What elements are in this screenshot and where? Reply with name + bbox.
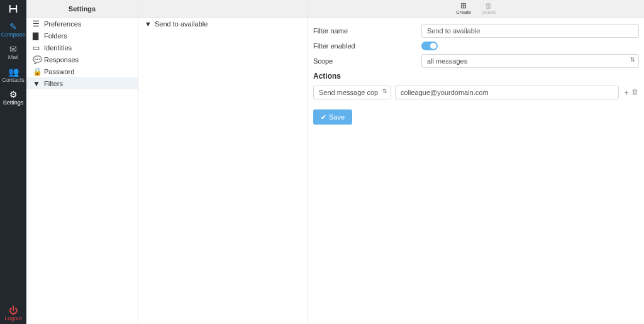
settings-item-label: Preferences	[44, 20, 81, 28]
delete-label: Delete	[481, 9, 496, 15]
filters-header	[138, 0, 308, 18]
create-label: Create	[456, 9, 471, 15]
scope-select[interactable]: all messages	[421, 54, 639, 68]
trash-icon: 🗑	[476, 2, 501, 9]
save-label: Save	[329, 113, 345, 121]
filters-column: ▼ Send to available	[138, 0, 308, 324]
plus-square-icon: ⊞	[451, 2, 476, 9]
filter-name-label: Filter name	[313, 27, 421, 35]
contacts-icon: 👥	[0, 67, 26, 77]
settings-item-responses[interactable]: 💬 Responses	[26, 53, 138, 65]
main-column: ⊞ Create 🗑 Delete Filter name Filter ena…	[308, 0, 644, 324]
nav-settings[interactable]: ⚙ Settings	[0, 86, 26, 108]
filters-list: ▼ Send to available	[138, 18, 308, 30]
settings-column: Settings ☰ Preferences ▇ Folders ▭ Ident…	[26, 0, 138, 324]
nav-compose[interactable]: ✎ Compose	[0, 18, 26, 40]
settings-item-label: Identities	[44, 44, 72, 52]
filter-list-item-label: Send to available	[155, 20, 208, 28]
nav-logout[interactable]: ⏻ Logout	[0, 301, 26, 324]
actions-heading: Actions	[313, 72, 639, 81]
settings-item-label: Folders	[44, 32, 67, 40]
action-row: Send message copy to ＋ 🗑	[313, 86, 639, 99]
id-card-icon: ▭	[33, 43, 44, 52]
nav-mail[interactable]: ✉ Mail	[0, 40, 26, 63]
nav-contacts[interactable]: 👥 Contacts	[0, 63, 26, 86]
compose-icon: ✎	[0, 21, 26, 31]
nav-contacts-label: Contacts	[2, 77, 25, 83]
toolbar: ⊞ Create 🗑 Delete	[308, 0, 644, 18]
lock-icon: 🔒	[33, 67, 44, 76]
settings-item-filters[interactable]: ▼ Filters	[26, 77, 138, 89]
settings-item-folders[interactable]: ▇ Folders	[26, 30, 138, 42]
folder-icon: ▇	[33, 31, 44, 40]
sliders-icon: ☰	[33, 20, 44, 28]
nav-settings-label: Settings	[3, 99, 24, 106]
mail-icon: ✉	[0, 44, 26, 54]
settings-header: Settings	[26, 0, 138, 18]
settings-item-identities[interactable]: ▭ Identities	[26, 42, 138, 53]
chat-icon: 💬	[33, 55, 44, 64]
settings-item-label: Filters	[44, 80, 63, 87]
filter-form: Filter name Filter enabled Scope all mes…	[308, 18, 644, 131]
nav-logout-label: Logout	[4, 315, 22, 321]
settings-item-label: Password	[44, 68, 74, 75]
settings-list: ☰ Preferences ▇ Folders ▭ Identities 💬 R…	[26, 18, 138, 89]
filter-enabled-label: Filter enabled	[313, 42, 421, 50]
nav-mail-label: Mail	[8, 54, 19, 60]
settings-item-preferences[interactable]: ☰ Preferences	[26, 18, 138, 30]
gear-icon: ⚙	[0, 89, 26, 99]
filter-list-item[interactable]: ▼ Send to available	[138, 18, 308, 30]
filter-enabled-toggle[interactable]	[421, 42, 438, 50]
create-button[interactable]: ⊞ Create	[451, 2, 476, 15]
settings-title: Settings	[69, 5, 96, 13]
settings-item-label: Responses	[44, 56, 79, 64]
nav-compose-label: Compose	[1, 31, 26, 38]
action-target-input[interactable]	[395, 86, 619, 99]
power-icon: ⏻	[0, 305, 26, 315]
filter-icon: ▼	[33, 79, 44, 88]
filter-icon: ▼	[145, 20, 155, 28]
action-type-select[interactable]: Send message copy to	[313, 86, 391, 99]
filter-name-input[interactable]	[421, 24, 639, 38]
app-logo	[0, 0, 26, 18]
delete-button: 🗑 Delete	[476, 2, 501, 15]
scope-label: Scope	[313, 57, 421, 65]
add-action-icon[interactable]: ＋	[623, 87, 630, 98]
check-icon: ✔	[321, 113, 326, 121]
save-button[interactable]: ✔ Save	[313, 109, 352, 125]
settings-item-password[interactable]: 🔒 Password	[26, 65, 138, 77]
app-sidebar: ✎ Compose ✉ Mail 👥 Contacts ⚙ Settings ⏻…	[0, 0, 26, 324]
remove-action-icon[interactable]: 🗑	[631, 87, 639, 98]
